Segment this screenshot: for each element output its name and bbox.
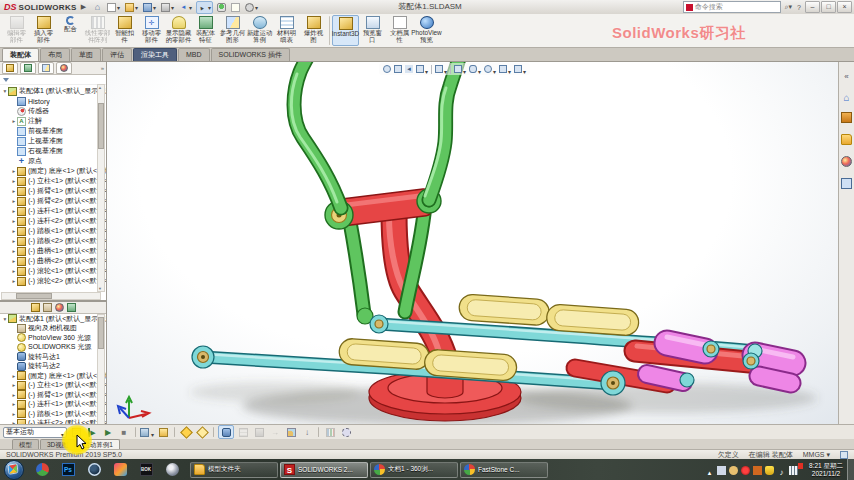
tab-display-manager[interactable]: [56, 62, 72, 74]
save-animation-button[interactable]: [140, 426, 154, 438]
tray-speaker-icon[interactable]: [777, 461, 786, 479]
photoshop-icon[interactable]: [57, 461, 79, 478]
tray-network-icon[interactable]: [789, 461, 798, 479]
damper-button[interactable]: [252, 426, 266, 438]
tree-component[interactable]: ▸ (-) 曲柄<1> (默认<<默认>_显示状态 1>): [0, 246, 106, 256]
help-icon[interactable]: ?: [796, 4, 802, 11]
tree-assembly-root[interactable]: ▾ 装配体1 (默认<默认_显示状态-1>): [0, 86, 106, 96]
motion-camera-icon[interactable]: [43, 303, 52, 312]
smart-fasteners-button[interactable]: 智能扣 件: [111, 15, 138, 46]
bom-button[interactable]: 材料明 细表: [273, 15, 300, 46]
file-explorer-icon[interactable]: [841, 131, 852, 149]
units-selector[interactable]: MMGS ▾: [803, 451, 830, 459]
solidworks-window-button[interactable]: SOLIDWORKS 2...: [280, 462, 368, 478]
tree-component[interactable]: ▸ (固定) 底座<1> (默认<<默认>_显示状态 1>): [0, 166, 106, 176]
results-button[interactable]: [323, 426, 337, 438]
motion-study-properties-button[interactable]: [339, 426, 353, 438]
animation-wizard-button[interactable]: [156, 426, 170, 438]
exploded-view-button[interactable]: 爆炸视 图: [300, 15, 327, 46]
tri-ring-app-icon[interactable]: [31, 461, 53, 478]
play-button[interactable]: [101, 426, 115, 438]
tree-component[interactable]: ▸ (-) 曲柄<2> (默认<<默认>_显示状态 1>): [0, 256, 106, 266]
motion-rotary-motor-1[interactable]: 旋转马达1: [0, 352, 106, 362]
assembly-features-button[interactable]: 装配体 特征: [192, 15, 219, 46]
tab-layout[interactable]: 布局: [40, 48, 70, 61]
motion-sw-lights[interactable]: SOLIDWORKS 光源: [0, 343, 106, 353]
tray-expand-icon[interactable]: [705, 461, 714, 479]
move-component-button[interactable]: 移动零 部件: [138, 15, 165, 46]
photoview-preview-button[interactable]: PhotoView 预览: [413, 15, 440, 46]
tree-right-plane[interactable]: 右视基准面: [0, 146, 106, 156]
assembly-3d-model[interactable]: [107, 62, 838, 424]
show-hidden-button[interactable]: 显示隐藏 的零部件: [165, 15, 192, 46]
motion-appearance-icon[interactable]: [55, 303, 64, 312]
show-desktop-button[interactable]: [847, 459, 854, 480]
tab-evaluate[interactable]: 评估: [102, 48, 132, 61]
tab-render-tools[interactable]: 渲染工具: [133, 48, 177, 61]
tree-history[interactable]: History: [0, 96, 106, 106]
search-icon[interactable]: ⌕▾: [784, 3, 793, 11]
motion-component[interactable]: ▸ (-) 立柱<1> (默认<<默认>_显示状态 1>): [0, 381, 106, 391]
zoom-fit-icon[interactable]: [382, 64, 392, 74]
options-button[interactable]: [244, 2, 259, 13]
spring-button[interactable]: [236, 426, 250, 438]
solidworks-resources-icon[interactable]: [841, 87, 852, 105]
tray-user-icon[interactable]: [729, 461, 738, 479]
force-button[interactable]: [268, 426, 282, 438]
tree-origin[interactable]: 原点: [0, 156, 106, 166]
motion-filter-icon[interactable]: [31, 303, 40, 312]
motion-component[interactable]: ▸ (固定) 底座<1> (默认<<默认>_显示状态 1>): [0, 371, 106, 381]
new-button[interactable]: [106, 2, 121, 13]
tree-sensors[interactable]: 传感器: [0, 106, 106, 116]
restore-button[interactable]: □: [821, 1, 836, 13]
scroll-down-icon[interactable]: ▼: [98, 286, 102, 291]
instant3d-button[interactable]: Instant3D: [332, 15, 359, 46]
study-type-select[interactable]: 基本运动: [3, 427, 67, 438]
scroll-thumb[interactable]: [98, 317, 104, 349]
select-button[interactable]: [196, 1, 213, 14]
undo-button[interactable]: [178, 2, 193, 13]
tray-record-icon[interactable]: [741, 461, 750, 479]
motion-component[interactable]: ▸ (-) 踏板<1> (默认<<默认>_显示状态 1>): [0, 409, 106, 419]
tab-model[interactable]: 模型: [12, 439, 39, 449]
preview-window-button[interactable]: 预览窗 口: [359, 15, 386, 46]
print-button[interactable]: [160, 2, 175, 13]
tree-component[interactable]: ▸ (-) 踏板<2> (默认<<默认>_显示状态 1>): [0, 236, 106, 246]
motion-rotary-motor-2[interactable]: 旋转马达2: [0, 362, 106, 372]
tree-annotations[interactable]: ▸ 注解: [0, 116, 106, 126]
graphics-viewport[interactable]: [107, 62, 838, 424]
view-settings-icon[interactable]: [513, 62, 527, 79]
menu-flyout-arrow-icon[interactable]: ▶: [81, 3, 86, 11]
linear-pattern-button[interactable]: 线性零部 件阵列: [84, 15, 111, 46]
tray-pen-icon[interactable]: [717, 461, 726, 479]
hide-show-items-icon[interactable]: [468, 62, 482, 79]
custom-properties-icon[interactable]: [841, 175, 852, 193]
blue-circle-app-icon[interactable]: [83, 461, 105, 478]
scroll-thumb[interactable]: [98, 103, 104, 149]
previous-view-icon[interactable]: [404, 64, 414, 74]
contact-button[interactable]: [284, 426, 298, 438]
motion-orientation[interactable]: 视向及相机视图: [0, 324, 106, 334]
taskbar-clock[interactable]: 8:21 星期二 2021/11/2: [809, 462, 843, 477]
motor-button[interactable]: [218, 425, 234, 439]
scroll-thumb[interactable]: [16, 293, 52, 299]
start-button[interactable]: [4, 460, 24, 480]
tree-component[interactable]: ▸ (-) 连杆<2> (默认<<默认>_显示状态 1>): [0, 216, 106, 226]
tree-component[interactable]: ▸ (-) 连杆<1> (默认<<默认>_显示状态 1>): [0, 206, 106, 216]
new-motion-study-button[interactable]: 新建运动 算例: [246, 15, 273, 46]
edit-component-button[interactable]: 编辑零 部件: [3, 15, 30, 46]
open-button[interactable]: [124, 2, 139, 13]
section-view-icon[interactable]: [415, 62, 429, 79]
model-handlebar-left[interactable]: [291, 62, 341, 208]
home-button[interactable]: [92, 2, 103, 13]
gravity-button[interactable]: [300, 426, 314, 438]
tab-assembly[interactable]: 装配体: [2, 48, 39, 61]
capture-window-button[interactable]: FastStone C...: [460, 462, 548, 478]
camera-app-icon[interactable]: [161, 461, 183, 478]
tree-filter[interactable]: [0, 75, 106, 85]
mate-button[interactable]: 配合: [57, 15, 84, 46]
panel-tabs-more-icon[interactable]: »: [101, 65, 104, 71]
tab-configuration-manager[interactable]: [38, 62, 54, 74]
folder-window-button[interactable]: 模型文件夹: [190, 462, 278, 478]
feature-tree-hscrollbar[interactable]: [1, 292, 101, 300]
